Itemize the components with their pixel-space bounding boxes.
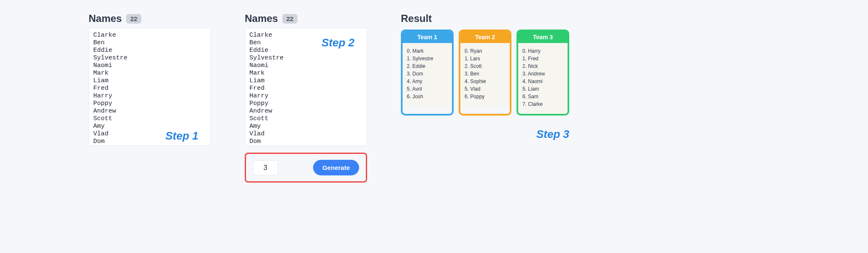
team-card: Team 10. Mark1. Sylvestre2. Eddie3. Dom4… — [401, 30, 454, 116]
team-header: Team 1 — [403, 31, 452, 43]
team-body: 0. Harry1. Fred2. Nick3. Andrew4. Naomi5… — [518, 43, 568, 114]
result-heading: Result — [401, 13, 569, 24]
team-member: 0. Mark — [407, 47, 448, 55]
team-member: 4. Sophie — [465, 78, 506, 85]
step2-label: Step 2 — [322, 36, 354, 49]
team-member: 6. Poppy — [465, 93, 506, 100]
team-member: 4. Amy — [407, 78, 448, 85]
names-textarea-step1[interactable] — [89, 28, 211, 146]
teams-container: Team 10. Mark1. Sylvestre2. Eddie3. Dom4… — [401, 30, 569, 116]
step3-label: Step 3 — [536, 128, 569, 141]
names-heading: Names — [89, 13, 122, 24]
team-member: 6. Josh — [407, 93, 448, 100]
team-body: 0. Ryan1. Lars2. Scott3. Ben4. Sophie5. … — [460, 43, 510, 106]
team-member: 3. Dom — [407, 70, 448, 78]
team-member: 0. Harry — [522, 47, 563, 55]
team-member: 2. Scott — [465, 62, 506, 70]
team-header: Team 2 — [460, 31, 510, 43]
team-member: 3. Andrew — [522, 70, 563, 78]
names-count-badge: 22 — [126, 14, 142, 24]
team-member: 4. Naomi — [522, 78, 563, 85]
team-card: Team 20. Ryan1. Lars2. Scott3. Ben4. Sop… — [459, 30, 511, 116]
team-body: 0. Mark1. Sylvestre2. Eddie3. Dom4. Amy5… — [403, 43, 452, 106]
team-member: 0. Ryan — [465, 47, 506, 55]
names-heading-2: Names — [245, 13, 278, 24]
team-card: Team 30. Harry1. Fred2. Nick3. Andrew4. … — [516, 30, 569, 116]
team-member: 5. Vlad — [465, 85, 506, 93]
step1-panel: Names 22 Step 1 — [89, 13, 211, 148]
step1-label: Step 1 — [165, 129, 198, 143]
team-member: 1. Lars — [465, 55, 506, 62]
team-member: 2. Eddie — [407, 62, 448, 70]
team-member: 6. Sam — [522, 93, 563, 100]
team-member: 7. Clarke — [522, 100, 563, 108]
team-member: 1. Fred — [522, 55, 563, 62]
generate-button[interactable]: Generate — [313, 160, 359, 175]
team-member: 3. Ben — [465, 70, 506, 78]
step2-panel: Names 22 Step 2 Generate — [245, 13, 367, 183]
result-panel: Result Team 10. Mark1. Sylvestre2. Eddie… — [401, 13, 569, 116]
team-member: 5. Avril — [407, 85, 448, 93]
names-count-badge-2: 22 — [282, 14, 298, 24]
team-count-input[interactable] — [253, 160, 278, 175]
team-member: 2. Nick — [522, 62, 563, 70]
controls-row: Generate — [245, 153, 367, 183]
team-member: 5. Liam — [522, 85, 563, 93]
team-header: Team 3 — [518, 31, 568, 43]
team-member: 1. Sylvestre — [407, 55, 448, 62]
